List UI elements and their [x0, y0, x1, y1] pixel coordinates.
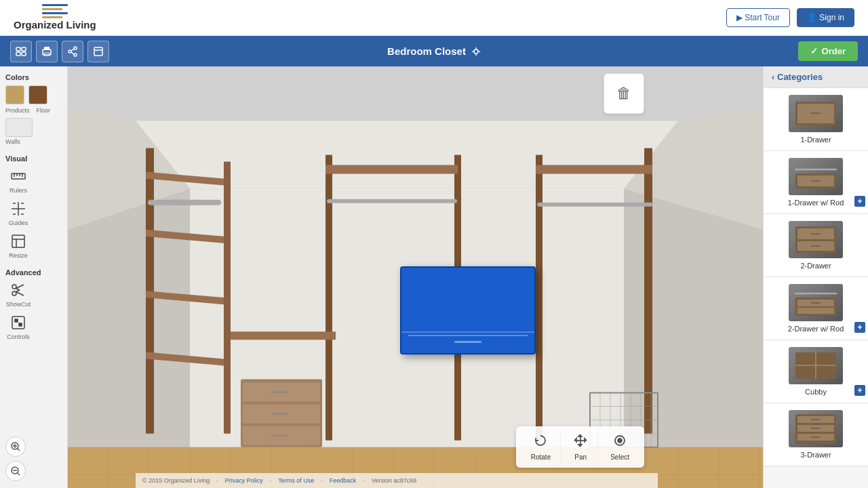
- left-panel: Colors Products Floor Walls Visual: [0, 66, 68, 488]
- controls-tool[interactable]: Controls: [5, 313, 31, 340]
- footer-sep-1: ·: [216, 477, 218, 484]
- privacy-link[interactable]: Privacy Policy: [225, 477, 263, 484]
- version-text: Version ac87c68: [372, 477, 417, 484]
- cubby-thumb: [789, 347, 843, 384]
- logo: Organized Living: [14, 4, 96, 31]
- closet-name-label: Bedroom Closet: [387, 45, 466, 57]
- logo-line-3: [42, 12, 68, 14]
- select-icon: [612, 433, 627, 451]
- footer-sep-3: ·: [321, 477, 323, 484]
- footer: © 2015 Organized Living · Privacy Policy…: [136, 473, 658, 488]
- 2drawer-label: 2-Drawer: [800, 262, 831, 270]
- logo-line-4: [42, 16, 62, 18]
- pan-icon: [573, 433, 588, 451]
- zoom-in-button[interactable]: [5, 436, 26, 457]
- svg-marker-75: [231, 331, 336, 340]
- walls-swatch[interactable]: [5, 118, 33, 137]
- terms-link[interactable]: Terms of Use: [278, 477, 314, 484]
- category-item-2drawer-rod[interactable]: 2-Drawer w/ Rod +: [764, 277, 868, 340]
- svg-rect-72: [644, 148, 652, 433]
- rulers-tool[interactable]: Rulers: [5, 167, 31, 194]
- visual-section-title: Visual: [5, 155, 62, 163]
- 1drawer-rod-label: 1-Drawer w/ Rod: [788, 199, 844, 207]
- rotate-button[interactable]: Rotate: [521, 430, 561, 464]
- order-check-icon: ✓: [810, 46, 818, 56]
- logo-line-2: [42, 8, 62, 10]
- delete-button[interactable]: 🗑: [604, 73, 644, 114]
- resize-tool[interactable]: Resize: [5, 232, 31, 259]
- zoom-out-button[interactable]: [5, 461, 26, 481]
- rotate-icon: [533, 433, 548, 451]
- svg-line-11: [71, 52, 74, 54]
- rulers-label: Rulers: [9, 187, 27, 194]
- logo-lines: [42, 4, 68, 18]
- order-button[interactable]: ✓ Order: [798, 41, 858, 61]
- category-item-3drawer[interactable]: 3-Drawer: [764, 403, 868, 466]
- add-2drawer-rod-button[interactable]: +: [854, 322, 865, 333]
- selected-drawer-item[interactable]: [400, 266, 536, 354]
- guides-label: Guides: [9, 220, 28, 226]
- category-item-1drawer[interactable]: 1-Drawer: [764, 88, 868, 151]
- svg-point-33: [12, 285, 16, 289]
- products-label: Products: [5, 107, 30, 114]
- add-cubby-button[interactable]: +: [854, 385, 865, 396]
- swatch-labels: Products Floor: [5, 107, 62, 114]
- toolbar-view-btn[interactable]: [10, 41, 32, 62]
- right-panel: ‹ Categories 1-Drawer 1-Drawer w/ Rod + …: [763, 66, 868, 488]
- canvas-area[interactable]: 🗑 Rotate Pan Select: [68, 66, 763, 488]
- svg-rect-0: [16, 47, 20, 51]
- rulers-icon: [9, 167, 28, 186]
- svg-rect-70: [327, 199, 457, 203]
- start-tour-button[interactable]: ▶ Start Tour: [726, 8, 790, 27]
- svg-rect-19: [12, 174, 25, 179]
- showcut-tool[interactable]: ShowCut: [5, 281, 31, 308]
- main-content: Colors Products Floor Walls Visual: [0, 66, 868, 488]
- select-button[interactable]: Select: [601, 430, 639, 464]
- controls-label: Controls: [7, 333, 30, 340]
- svg-rect-71: [536, 155, 542, 440]
- 3drawer-label: 3-Drawer: [800, 451, 831, 459]
- walls-color-row: Walls: [5, 118, 62, 145]
- svg-line-43: [17, 448, 20, 451]
- advanced-section: Advanced ShowCut Controls: [5, 268, 62, 340]
- guides-tool[interactable]: Guides: [5, 199, 31, 226]
- showcut-label: ShowCut: [6, 301, 31, 308]
- svg-rect-67: [326, 155, 332, 440]
- svg-point-8: [68, 50, 71, 53]
- svg-rect-66: [148, 200, 221, 205]
- logo-line-1: [42, 4, 68, 6]
- toolbar-print-btn[interactable]: [36, 41, 58, 62]
- app-title: Organized Living: [14, 20, 96, 31]
- category-item-2drawer[interactable]: 2-Drawer: [764, 214, 868, 277]
- svg-point-9: [74, 54, 77, 56]
- categories-label: Categories: [777, 72, 823, 82]
- sign-in-button[interactable]: 👤 Sign in: [797, 8, 854, 27]
- 2drawer-rod-label: 2-Drawer w/ Rod: [788, 325, 844, 333]
- svg-line-10: [71, 49, 74, 51]
- svg-rect-111: [797, 308, 834, 314]
- header-actions: ▶ Start Tour 👤 Sign in: [726, 8, 854, 27]
- toolbar-share-btn[interactable]: [62, 41, 83, 62]
- svg-marker-69: [326, 165, 458, 174]
- category-item-cubby[interactable]: Cubby +: [764, 340, 868, 403]
- svg-point-96: [618, 439, 622, 443]
- add-1drawer-rod-button[interactable]: +: [854, 196, 865, 207]
- zoom-controls: [5, 436, 62, 481]
- products-swatch-light[interactable]: [5, 85, 24, 104]
- visual-section: Visual Rulers Guides: [5, 155, 62, 259]
- 1drawer-label: 1-Drawer: [800, 136, 831, 144]
- svg-rect-6: [44, 53, 50, 56]
- toolbar-center: Bedroom Closet: [387, 45, 481, 57]
- guides-icon: [9, 199, 28, 218]
- settings-icon[interactable]: [471, 47, 481, 56]
- toolbar-fullscreen-btn[interactable]: [87, 41, 109, 62]
- feedback-link[interactable]: Feedback: [330, 477, 357, 484]
- categories-header[interactable]: ‹ Categories: [764, 66, 868, 88]
- pan-button[interactable]: Pan: [564, 430, 598, 464]
- colors-section: Colors Products Floor Walls: [5, 73, 62, 145]
- category-item-1drawer-rod[interactable]: 1-Drawer w/ Rod +: [764, 151, 868, 214]
- svg-rect-39: [12, 317, 24, 329]
- products-swatch-dark[interactable]: [28, 85, 47, 104]
- svg-marker-53: [68, 189, 190, 447]
- svg-rect-1: [22, 47, 26, 51]
